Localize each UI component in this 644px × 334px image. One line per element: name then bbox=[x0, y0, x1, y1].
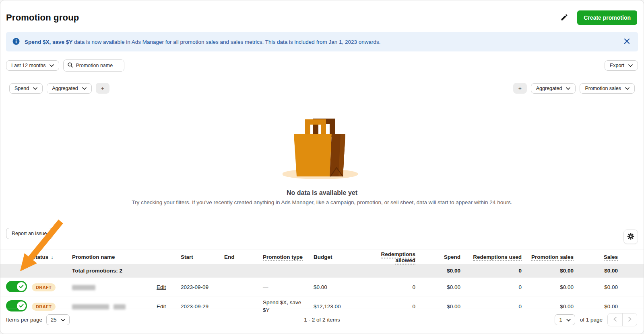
banner-bold-text: Spend $X, save $Y bbox=[25, 39, 72, 45]
page-title: Promotion group bbox=[6, 12, 558, 23]
pencil-icon bbox=[560, 13, 568, 23]
right-aggregation-dropdown[interactable]: Aggregated bbox=[531, 83, 576, 94]
chevron-down-icon bbox=[33, 86, 37, 91]
table-toolbar: Report an issue bbox=[6, 228, 638, 244]
column-header-start[interactable]: Start bbox=[181, 254, 224, 260]
table-row: DRAFT Edit 2023-09-09 — $0.00 0 $0.00 0 … bbox=[0, 277, 644, 297]
right-metric-dropdown[interactable]: Promotion sales bbox=[580, 83, 635, 94]
redemptions-allowed: 0 bbox=[361, 284, 415, 290]
left-metric-dropdown[interactable]: Spend bbox=[9, 83, 43, 94]
column-header-sales[interactable]: Sales bbox=[574, 254, 618, 260]
pagination-bar: Items per page 25 1 - 2 of 2 items 1 of … bbox=[0, 309, 644, 334]
total-sales: $0.00 bbox=[574, 268, 618, 274]
shopping-bag-illustration bbox=[283, 174, 361, 181]
column-header-spend[interactable]: Spend bbox=[415, 254, 460, 260]
status-badge: DRAFT bbox=[32, 283, 56, 291]
left-aggregation-dropdown[interactable]: Aggregated bbox=[47, 83, 92, 94]
column-header-status[interactable]: Status↓ bbox=[32, 254, 72, 260]
pager: 1 of 1 page bbox=[555, 313, 637, 326]
column-header-promotion-sales[interactable]: Promotion sales bbox=[522, 254, 574, 260]
empty-state: No data is available yet Try checking yo… bbox=[0, 113, 644, 205]
promotion-sales: $0.00 bbox=[522, 284, 574, 290]
promotion-search[interactable] bbox=[63, 59, 124, 72]
filter-row: Last 12 months Export bbox=[6, 59, 638, 72]
total-promotions-label: Total promotions: 2 bbox=[72, 268, 157, 274]
promotion-enabled-toggle[interactable] bbox=[6, 281, 27, 292]
chevron-down-icon bbox=[82, 86, 87, 91]
edit-link[interactable]: Edit bbox=[157, 284, 166, 290]
previous-page-button[interactable] bbox=[608, 314, 622, 326]
column-header-redemptions-used[interactable]: Redemptions used bbox=[460, 254, 522, 260]
chevron-down-icon bbox=[61, 317, 65, 323]
chevron-down-icon bbox=[50, 63, 54, 68]
next-page-button[interactable] bbox=[622, 314, 637, 326]
chevron-down-icon bbox=[566, 317, 571, 323]
export-dropdown[interactable]: Export bbox=[605, 60, 638, 71]
add-metric-button-right[interactable]: + bbox=[513, 83, 527, 94]
items-per-page-select[interactable]: 25 bbox=[46, 314, 69, 325]
items-range-text: 1 - 2 of 2 items bbox=[0, 317, 644, 323]
table-total-row: Total promotions: 2 $0.00 0 $0.00 $0.00 bbox=[0, 264, 644, 277]
column-header-end[interactable]: End bbox=[224, 254, 263, 260]
total-spend: $0.00 bbox=[415, 268, 460, 274]
chevron-left-icon bbox=[613, 317, 617, 323]
spend: $0.00 bbox=[415, 284, 460, 290]
create-promotion-button[interactable]: Create promotion bbox=[577, 10, 637, 25]
report-issue-button[interactable]: Report an issue bbox=[6, 228, 53, 239]
start-date: 2023-09-09 bbox=[181, 284, 224, 290]
items-per-page-label: Items per page bbox=[6, 317, 42, 323]
chevron-down-icon bbox=[628, 63, 633, 68]
empty-state-description: Try checking your filters. If you've rec… bbox=[0, 199, 644, 205]
banner-close-button[interactable] bbox=[622, 37, 632, 47]
page-count-text: of 1 page bbox=[580, 317, 603, 323]
page-select[interactable]: 1 bbox=[555, 314, 575, 325]
table-settings-button[interactable] bbox=[623, 229, 638, 244]
table-header-row: Status↓ Promotion name Start End Promoti… bbox=[0, 250, 644, 264]
gear-icon bbox=[627, 232, 635, 242]
chart-controls-row: Spend Aggregated + + Aggregated Promotio… bbox=[9, 83, 635, 94]
info-banner: Spend $X, save $Y data is now available … bbox=[6, 32, 638, 51]
chevron-down-icon bbox=[566, 86, 570, 91]
chevron-down-icon bbox=[625, 86, 630, 91]
promotion-name-redacted bbox=[72, 285, 95, 290]
close-icon bbox=[624, 38, 630, 45]
promotion-group-page: Promotion group Create promotion Spend $… bbox=[0, 0, 644, 334]
search-input[interactable] bbox=[76, 63, 120, 68]
edit-page-button[interactable] bbox=[558, 11, 571, 25]
info-icon bbox=[12, 38, 20, 46]
search-icon bbox=[68, 62, 73, 69]
column-header-budget[interactable]: Budget bbox=[314, 254, 361, 260]
add-metric-button-left[interactable]: + bbox=[96, 83, 109, 94]
column-header-promotion-type[interactable]: Promotion type bbox=[263, 254, 314, 260]
column-header-promotion-name[interactable]: Promotion name bbox=[72, 254, 157, 260]
column-header-redemptions-allowed[interactable]: Redemptions allowed bbox=[361, 251, 415, 263]
promotion-type: — bbox=[263, 283, 314, 291]
banner-text: Spend $X, save $Y data is now available … bbox=[25, 39, 622, 45]
chevron-right-icon bbox=[628, 317, 632, 323]
page-header: Promotion group Create promotion bbox=[0, 0, 644, 32]
total-redemptions-used: 0 bbox=[460, 268, 522, 274]
date-range-dropdown[interactable]: Last 12 months bbox=[6, 60, 59, 71]
redemptions-used: 0 bbox=[460, 284, 522, 290]
sort-desc-icon: ↓ bbox=[51, 254, 54, 260]
sales: $0.00 bbox=[574, 284, 618, 290]
total-promotion-sales: $0.00 bbox=[522, 268, 574, 274]
budget: $0.00 bbox=[314, 284, 361, 290]
check-icon bbox=[17, 282, 26, 291]
empty-state-title: No data is available yet bbox=[0, 189, 644, 197]
promotions-table: Status↓ Promotion name Start End Promoti… bbox=[0, 250, 644, 316]
